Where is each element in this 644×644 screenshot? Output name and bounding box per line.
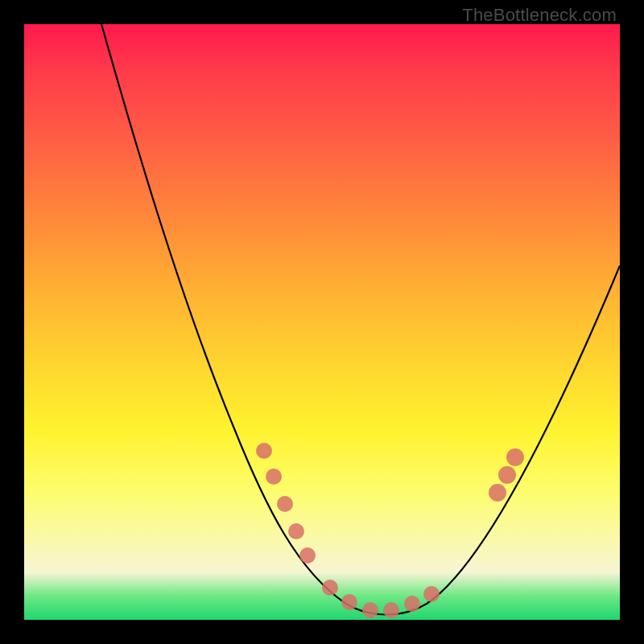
- bottleneck-curve: [101, 24, 620, 615]
- chart-frame: [24, 24, 620, 620]
- data-dot: [299, 547, 316, 564]
- watermark-text: TheBottleneck.com: [462, 5, 617, 26]
- data-dot: [277, 496, 293, 512]
- data-dot: [489, 484, 506, 502]
- data-dot: [288, 523, 304, 539]
- data-dot: [383, 602, 399, 618]
- data-dot: [256, 443, 272, 459]
- data-dot: [362, 602, 378, 618]
- data-dot: [341, 594, 357, 610]
- data-dot: [506, 448, 524, 466]
- data-dot: [423, 586, 440, 602]
- data-dot: [266, 469, 282, 485]
- data-dot: [498, 466, 516, 484]
- data-dot: [322, 580, 338, 596]
- chart-svg: [24, 24, 620, 620]
- data-dot: [404, 596, 420, 612]
